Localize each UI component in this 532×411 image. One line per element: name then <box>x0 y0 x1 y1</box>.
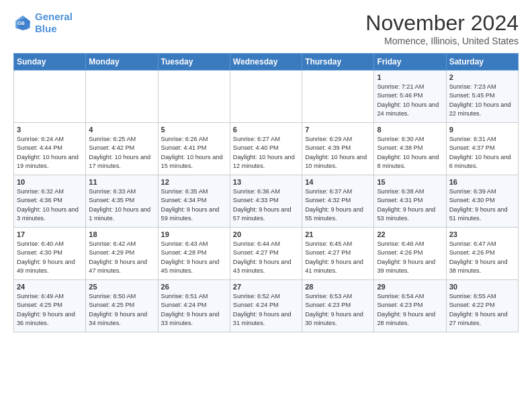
day-info: Sunrise: 6:54 AM Sunset: 4:23 PM Dayligh… <box>377 292 443 328</box>
day-number: 25 <box>89 283 154 291</box>
calendar-cell: 1Sunrise: 7:21 AM Sunset: 5:46 PM Daylig… <box>374 71 446 123</box>
day-number: 3 <box>17 126 83 134</box>
calendar-cell: 8Sunrise: 6:30 AM Sunset: 4:38 PM Daylig… <box>374 123 446 175</box>
calendar-cell: 23Sunrise: 6:47 AM Sunset: 4:26 PM Dayli… <box>446 228 518 280</box>
title-block: November 2024 Momence, Illinois, United … <box>365 11 519 46</box>
header: GB General Blue November 2024 Momence, I… <box>13 11 519 46</box>
weekday-header-thursday: Thursday <box>302 54 374 71</box>
calendar-cell: 18Sunrise: 6:42 AM Sunset: 4:29 PM Dayli… <box>86 228 158 280</box>
day-number: 24 <box>17 283 83 291</box>
calendar-header: SundayMondayTuesdayWednesdayThursdayFrid… <box>14 54 519 71</box>
calendar-cell <box>302 71 374 123</box>
day-number: 4 <box>89 126 154 134</box>
calendar-week-4: 17Sunrise: 6:40 AM Sunset: 4:30 PM Dayli… <box>14 228 519 280</box>
calendar-cell: 15Sunrise: 6:38 AM Sunset: 4:31 PM Dayli… <box>374 175 446 228</box>
day-number: 8 <box>377 126 443 134</box>
calendar-cell: 3Sunrise: 6:24 AM Sunset: 4:44 PM Daylig… <box>14 123 86 175</box>
calendar-table: SundayMondayTuesdayWednesdayThursdayFrid… <box>13 53 519 332</box>
calendar-cell: 27Sunrise: 6:52 AM Sunset: 4:24 PM Dayli… <box>230 280 302 332</box>
day-number: 27 <box>233 283 299 291</box>
calendar-cell: 22Sunrise: 6:46 AM Sunset: 4:26 PM Dayli… <box>374 228 446 280</box>
calendar-cell: 30Sunrise: 6:55 AM Sunset: 4:22 PM Dayli… <box>446 280 518 332</box>
calendar-cell: 26Sunrise: 6:51 AM Sunset: 4:24 PM Dayli… <box>158 280 230 332</box>
calendar-cell: 5Sunrise: 6:26 AM Sunset: 4:41 PM Daylig… <box>158 123 230 175</box>
day-number: 5 <box>161 126 227 134</box>
day-number: 26 <box>161 283 227 291</box>
day-number: 21 <box>305 230 371 238</box>
day-number: 12 <box>161 178 227 186</box>
day-info: Sunrise: 6:39 AM Sunset: 4:30 PM Dayligh… <box>449 187 515 223</box>
day-number: 1 <box>377 73 443 81</box>
weekday-header-monday: Monday <box>86 54 158 71</box>
day-number: 22 <box>377 230 443 238</box>
calendar-body: 1Sunrise: 7:21 AM Sunset: 5:46 PM Daylig… <box>14 71 519 332</box>
day-info: Sunrise: 6:37 AM Sunset: 4:32 PM Dayligh… <box>305 187 371 223</box>
day-number: 9 <box>449 126 515 134</box>
day-info: Sunrise: 6:55 AM Sunset: 4:22 PM Dayligh… <box>449 292 515 328</box>
calendar-cell: 6Sunrise: 6:27 AM Sunset: 4:40 PM Daylig… <box>230 123 302 175</box>
day-number: 14 <box>305 178 371 186</box>
calendar-cell: 11Sunrise: 6:33 AM Sunset: 4:35 PM Dayli… <box>86 175 158 228</box>
day-info: Sunrise: 6:45 AM Sunset: 4:27 PM Dayligh… <box>305 240 371 275</box>
weekday-header-row: SundayMondayTuesdayWednesdayThursdayFrid… <box>14 54 519 71</box>
day-info: Sunrise: 6:43 AM Sunset: 4:28 PM Dayligh… <box>161 240 227 275</box>
page: GB General Blue November 2024 Momence, I… <box>0 0 532 339</box>
day-info: Sunrise: 6:47 AM Sunset: 4:26 PM Dayligh… <box>449 240 515 275</box>
day-info: Sunrise: 6:24 AM Sunset: 4:44 PM Dayligh… <box>17 135 83 171</box>
day-info: Sunrise: 6:52 AM Sunset: 4:24 PM Dayligh… <box>233 292 299 328</box>
day-info: Sunrise: 6:29 AM Sunset: 4:39 PM Dayligh… <box>305 135 371 171</box>
day-info: Sunrise: 6:27 AM Sunset: 4:40 PM Dayligh… <box>233 135 299 171</box>
calendar-cell: 19Sunrise: 6:43 AM Sunset: 4:28 PM Dayli… <box>158 228 230 280</box>
day-info: Sunrise: 6:30 AM Sunset: 4:38 PM Dayligh… <box>377 135 443 171</box>
day-info: Sunrise: 6:36 AM Sunset: 4:33 PM Dayligh… <box>233 187 299 223</box>
calendar-cell: 4Sunrise: 6:25 AM Sunset: 4:42 PM Daylig… <box>86 123 158 175</box>
calendar-cell: 25Sunrise: 6:50 AM Sunset: 4:25 PM Dayli… <box>86 280 158 332</box>
calendar-cell: 7Sunrise: 6:29 AM Sunset: 4:39 PM Daylig… <box>302 123 374 175</box>
day-info: Sunrise: 6:44 AM Sunset: 4:27 PM Dayligh… <box>233 240 299 275</box>
calendar-cell: 17Sunrise: 6:40 AM Sunset: 4:30 PM Dayli… <box>14 228 86 280</box>
weekday-header-tuesday: Tuesday <box>158 54 230 71</box>
day-info: Sunrise: 6:25 AM Sunset: 4:42 PM Dayligh… <box>89 135 154 171</box>
day-number: 10 <box>17 178 83 186</box>
calendar-cell <box>230 71 302 123</box>
calendar-cell: 12Sunrise: 6:35 AM Sunset: 4:34 PM Dayli… <box>158 175 230 228</box>
weekday-header-friday: Friday <box>374 54 446 71</box>
calendar-cell: 29Sunrise: 6:54 AM Sunset: 4:23 PM Dayli… <box>374 280 446 332</box>
calendar-cell: 28Sunrise: 6:53 AM Sunset: 4:23 PM Dayli… <box>302 280 374 332</box>
month-title: November 2024 <box>365 11 519 36</box>
location: Momence, Illinois, United States <box>365 36 519 46</box>
day-number: 13 <box>233 178 299 186</box>
day-number: 19 <box>161 230 227 238</box>
day-info: Sunrise: 6:35 AM Sunset: 4:34 PM Dayligh… <box>161 187 227 223</box>
day-number: 17 <box>17 230 83 238</box>
day-number: 15 <box>377 178 443 186</box>
day-info: Sunrise: 6:42 AM Sunset: 4:29 PM Dayligh… <box>89 240 154 275</box>
day-info: Sunrise: 6:38 AM Sunset: 4:31 PM Dayligh… <box>377 187 443 223</box>
day-info: Sunrise: 6:26 AM Sunset: 4:41 PM Dayligh… <box>161 135 227 171</box>
calendar-week-5: 24Sunrise: 6:49 AM Sunset: 4:25 PM Dayli… <box>14 280 519 332</box>
logo: GB General Blue <box>13 11 73 35</box>
calendar-cell: 2Sunrise: 7:23 AM Sunset: 5:45 PM Daylig… <box>446 71 518 123</box>
day-info: Sunrise: 6:49 AM Sunset: 4:25 PM Dayligh… <box>17 292 83 328</box>
weekday-header-wednesday: Wednesday <box>230 54 302 71</box>
day-info: Sunrise: 6:51 AM Sunset: 4:24 PM Dayligh… <box>161 292 227 328</box>
day-number: 20 <box>233 230 299 238</box>
logo-line2: Blue <box>35 23 57 34</box>
calendar-week-2: 3Sunrise: 6:24 AM Sunset: 4:44 PM Daylig… <box>14 123 519 175</box>
calendar-cell: 14Sunrise: 6:37 AM Sunset: 4:32 PM Dayli… <box>302 175 374 228</box>
svg-text:GB: GB <box>17 21 25 26</box>
calendar-week-1: 1Sunrise: 7:21 AM Sunset: 5:46 PM Daylig… <box>14 71 519 123</box>
day-info: Sunrise: 6:53 AM Sunset: 4:23 PM Dayligh… <box>305 292 371 328</box>
calendar-cell: 21Sunrise: 6:45 AM Sunset: 4:27 PM Dayli… <box>302 228 374 280</box>
day-number: 6 <box>233 126 299 134</box>
weekday-header-saturday: Saturday <box>446 54 518 71</box>
calendar-cell: 16Sunrise: 6:39 AM Sunset: 4:30 PM Dayli… <box>446 175 518 228</box>
day-number: 16 <box>449 178 515 186</box>
calendar-week-3: 10Sunrise: 6:32 AM Sunset: 4:36 PM Dayli… <box>14 175 519 228</box>
day-number: 2 <box>449 73 515 81</box>
day-number: 28 <box>305 283 371 291</box>
calendar-cell: 20Sunrise: 6:44 AM Sunset: 4:27 PM Dayli… <box>230 228 302 280</box>
calendar-cell: 9Sunrise: 6:31 AM Sunset: 4:37 PM Daylig… <box>446 123 518 175</box>
day-info: Sunrise: 6:46 AM Sunset: 4:26 PM Dayligh… <box>377 240 443 275</box>
day-number: 18 <box>89 230 154 238</box>
